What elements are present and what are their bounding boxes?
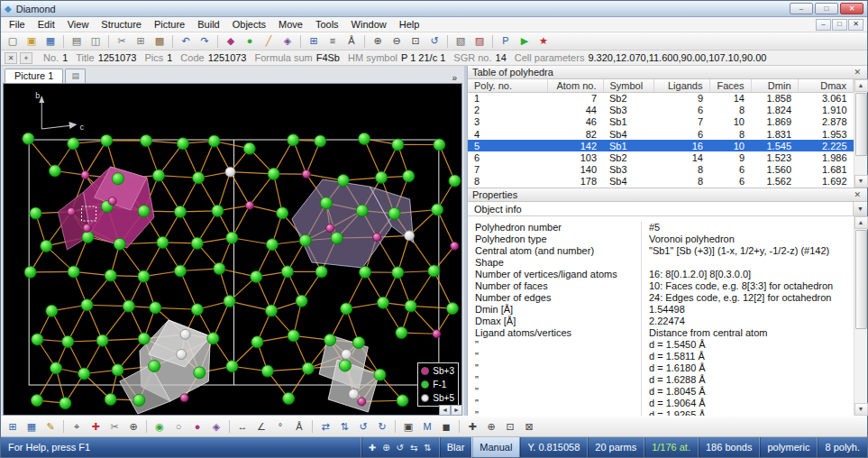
mdi-close-button[interactable]: ✕ [848,19,863,31]
property-row[interactable]: Number of vertices/ligand atoms16: 8[0.1… [468,269,854,280]
rotate-mode-icon[interactable]: ↺ [397,443,404,453]
rotate-view-button[interactable]: ↺ [425,33,443,49]
close-button[interactable]: ✕ [840,3,863,14]
redo-button[interactable]: ↷ [196,33,214,49]
properties-panel-close-icon[interactable]: ✕ [852,190,863,199]
menu-view[interactable]: View [61,18,96,31]
data-sheet-button[interactable]: ≡ [324,33,342,49]
table-row[interactable]: 482Sb4681.8311.953 [468,128,854,140]
menu-file[interactable]: File [3,18,32,31]
infobar-close-button[interactable]: ✕ [5,52,17,64]
pointer-button[interactable]: ⌖ [68,419,86,435]
properties-scrollbar[interactable]: ▲ ▼ [854,216,867,416]
copy-button[interactable]: ⊞ [132,33,150,49]
property-row[interactable]: Number of edges24: Edges code, e.g. 12[2… [468,292,854,304]
connect-button[interactable]: ⊕ [124,419,142,435]
grid-button[interactable]: ▦ [23,419,41,435]
property-row[interactable]: "d = 1.6180 Å [468,362,854,374]
minimize-button[interactable]: – [790,3,813,14]
table-row[interactable]: 5142Sb116101.5452.225 [468,140,854,151]
tab-overflow-button[interactable]: » [449,73,460,83]
structure-canvas[interactable]: bc Sb+3F-1Sb+5 ◄ ► [3,83,462,416]
column-header-poly-no-[interactable]: Poly. no. [468,79,547,92]
zoom-mode-icon[interactable]: ⊕ [382,443,389,453]
play-button[interactable]: ▶ [516,33,534,49]
spin-button[interactable]: ↺ [354,419,372,435]
pan-mode-icon[interactable]: ✚ [369,443,376,453]
menu-window[interactable]: Window [345,18,393,31]
menu-structure[interactable]: Structure [95,18,148,31]
save-button[interactable]: ▦ [41,33,59,49]
new-document-button[interactable]: ▢ [4,33,22,49]
property-row[interactable]: Polyhedron number#5 [468,222,854,234]
distances-button[interactable]: Å [343,33,361,49]
scroll-up-icon[interactable]: ▲ [854,79,868,92]
property-row[interactable]: Ligand atoms/verticesDistance from centr… [468,327,854,339]
pov-button[interactable]: P [497,33,515,49]
animate-button[interactable]: ↻ [373,419,391,435]
scroll-up-icon[interactable]: ▲ [854,216,868,229]
polyhedra-table-scrollbar[interactable]: ▲ ▼ [854,79,867,188]
snapshot-button[interactable]: ◼ [437,419,455,435]
polyhedra-panel-close-icon[interactable]: ✕ [852,68,863,77]
column-header-ligands[interactable]: Ligands [653,79,709,92]
undo-button[interactable]: ↶ [177,33,195,49]
measure-distance-button[interactable]: ↔ [233,419,251,435]
table-row[interactable]: 346Sb17101.8692.878 [468,116,854,128]
column-header-dmin[interactable]: Dmin [751,79,798,92]
table-row[interactable]: 8178Sb4861.5621.692 [468,176,854,188]
menu-build[interactable]: Build [191,18,225,31]
property-row[interactable]: "d = 1.5811 Å [468,351,854,362]
table-row[interactable]: 6103Sb21491.5231.986 [468,151,854,163]
table-button[interactable]: ⊞ [305,33,323,49]
property-row[interactable]: Polyhedron typeVoronoi polyhedron [468,234,854,245]
fit-view-button[interactable]: ⊡ [407,33,425,49]
polyhedra-button[interactable]: ◈ [279,33,297,49]
rotate-x-button[interactable]: ⇄ [316,419,334,435]
tilt-mode-icon[interactable]: ⇅ [424,443,431,453]
property-row[interactable]: Shape [468,257,854,269]
property-row[interactable]: "d = 1.5450 Å [468,339,854,351]
property-row[interactable]: Dmax [Å]2.22474 [468,316,854,327]
table-row[interactable]: 17Sb29141.8583.061 [468,92,854,104]
rotate-y-button[interactable]: ⇅ [335,419,353,435]
status-segment[interactable]: Manual [471,437,519,457]
property-row[interactable]: "d = 1.8045 Å [468,386,854,398]
flag-button[interactable]: ★ [535,33,553,49]
property-row[interactable]: Dmin [Å]1.54498 [468,304,854,316]
fullscreen-button[interactable]: ⊠ [520,419,538,435]
tab-picture-1[interactable]: Picture 1 [5,69,63,83]
chevron-down-icon[interactable]: ▼ [853,202,867,215]
angstrom-button[interactable]: Å [290,419,308,435]
cut-button[interactable]: ✂ [113,33,131,49]
paste-button[interactable]: ▩ [151,33,169,49]
zoom-tool-button[interactable]: ⊕ [482,419,500,435]
menu-picture[interactable]: Picture [148,18,191,31]
coordination-button[interactable]: ● [188,419,206,435]
table-row[interactable]: 7140Sb3861.5601.681 [468,164,854,176]
scroll-right-button[interactable]: ► [451,405,462,416]
zoom-out-button[interactable]: ⊖ [388,33,406,49]
add-atom-button[interactable]: ✚ [87,419,105,435]
atoms-button[interactable]: ● [241,33,259,49]
polyhedra-mode-button[interactable]: ◈ [207,419,225,435]
scroll-down-icon[interactable]: ▼ [854,175,868,188]
measure-angle-button[interactable]: ∠ [252,419,270,435]
open-file-button[interactable]: ▣ [23,33,41,49]
measure-torsion-button[interactable]: ° [271,419,289,435]
scrollbar-thumb[interactable] [855,93,867,156]
mdi-minimize-button[interactable]: – [816,19,831,31]
column-header-dmax[interactable]: Dmax [798,79,854,92]
packing-button[interactable]: ○ [169,419,187,435]
table-mode-button[interactable]: ⊞ [4,419,22,435]
menu-help[interactable]: Help [393,18,426,31]
scroll-left-button[interactable]: ◄ [439,405,451,416]
menu-move[interactable]: Move [272,18,309,31]
column-header-faces[interactable]: Faces [709,79,751,92]
object-info-dropdown[interactable]: Object info ▼ [468,202,867,216]
layers-button[interactable]: ▧ [452,33,470,49]
property-row[interactable]: "d = 1.9265 Å [468,409,854,416]
scroll-down-icon[interactable]: ▼ [854,403,868,416]
property-row[interactable]: "d = 1.6288 Å [468,374,854,386]
maximize-button[interactable]: □ [815,3,838,14]
